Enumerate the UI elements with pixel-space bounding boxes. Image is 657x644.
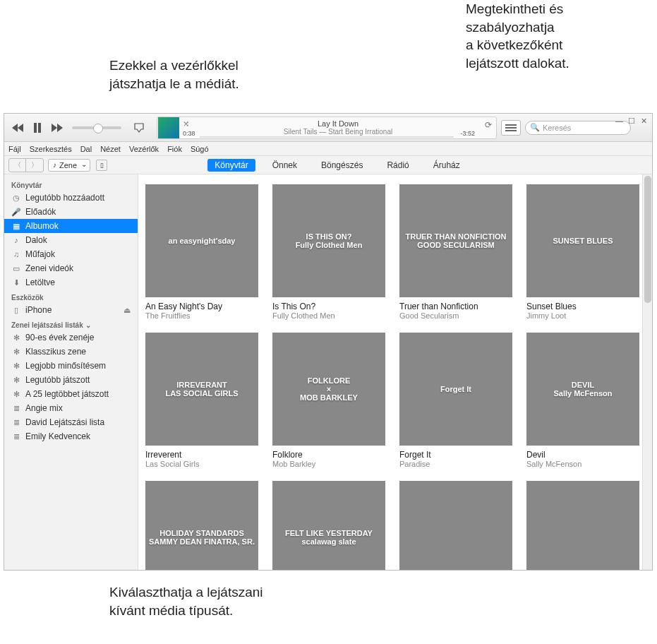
search-icon: 🔍 bbox=[530, 123, 540, 132]
down-icon: ⬇ bbox=[11, 278, 21, 287]
album-item[interactable]: TRUER THAN NONFICTION GOOD SECULARISMTru… bbox=[399, 184, 512, 320]
music-icon: ♪ bbox=[53, 161, 56, 169]
album-artist: Paradise bbox=[399, 460, 512, 468]
menu-vezérlők[interactable]: Vezérlők bbox=[129, 145, 159, 153]
elapsed-time: 0:38 bbox=[183, 130, 195, 137]
sidebar-item-dalok[interactable]: ♪Dalok bbox=[4, 233, 138, 247]
tab-böngészés[interactable]: Böngészés bbox=[314, 159, 370, 172]
album-cover[interactable]: TRUER THAN NONFICTION GOOD SECULARISM bbox=[399, 184, 512, 297]
sidebar-item-angie-mix[interactable]: ≣Angie mix bbox=[4, 401, 138, 415]
device-button[interactable]: ▯ bbox=[96, 160, 107, 171]
album-item[interactable] bbox=[526, 481, 639, 570]
sidebar-item-90-es-évek-zenéje[interactable]: ✻90-es évek zenéje bbox=[4, 330, 138, 345]
sidebar-item-label: Dalok bbox=[25, 235, 47, 245]
eject-icon[interactable]: ⏏ bbox=[123, 306, 131, 315]
tab-önnek[interactable]: Önnek bbox=[265, 159, 304, 172]
close-button[interactable]: ✕ bbox=[641, 117, 649, 125]
pause-button[interactable] bbox=[30, 120, 45, 136]
album-title: Is This On? bbox=[272, 302, 385, 311]
scrollbar[interactable] bbox=[642, 174, 652, 570]
sidebar-item-legutóbb-hozzáadott[interactable]: ◷Legutóbb hozzáadott bbox=[4, 191, 138, 205]
album-cover[interactable]: SUNSET BLUES bbox=[526, 184, 639, 297]
sidebar-item-klasszikus-zene[interactable]: ✻Klasszikus zene bbox=[4, 345, 138, 359]
menu-szerkesztés[interactable]: Szerkesztés bbox=[30, 145, 72, 153]
next-button[interactable] bbox=[49, 120, 65, 136]
menu-fiók[interactable]: Fiók bbox=[167, 145, 182, 153]
sidebar-item-legjobb-minősítésem[interactable]: ✻Legjobb minősítésem bbox=[4, 359, 138, 373]
repeat-icon[interactable]: ⟳ bbox=[485, 120, 492, 130]
album-cover[interactable]: HOLIDAY STANDARDS SAMMY DEAN FINATRA, SR… bbox=[145, 481, 258, 570]
sidebar-item-label: Klasszikus zene bbox=[25, 347, 86, 357]
album-item[interactable]: IS THIS ON? Fully Clothed MenIs This On?… bbox=[272, 184, 385, 320]
now-playing-lcd[interactable]: ⤨ Lay It Down Silent Tails — Start Being… bbox=[157, 117, 497, 139]
up-next-button[interactable] bbox=[501, 120, 521, 136]
sidebar: Könyvtár ◷Legutóbb hozzáadott🎤Előadók▦Al… bbox=[4, 174, 138, 570]
gear-icon: ✻ bbox=[11, 347, 21, 357]
album-cover[interactable]: IRREVERANT LAS SOCIAL GIRLS bbox=[145, 333, 258, 446]
menu-fájl[interactable]: Fájl bbox=[8, 145, 21, 153]
sidebar-item-label: Letöltve bbox=[25, 278, 55, 287]
album-title: An Easy Night's Day bbox=[145, 302, 258, 311]
progress-bar[interactable] bbox=[200, 136, 454, 138]
scrollbar-thumb[interactable] bbox=[644, 176, 651, 303]
sidebar-item-label: Albumok bbox=[25, 221, 59, 231]
album-cover[interactable]: FOLKLORE × MOB BARKLEY bbox=[272, 333, 385, 446]
annotation-up-next: Megtekintheti és szabályozhatja a követk… bbox=[466, 0, 649, 73]
note-icon: ♪ bbox=[11, 236, 21, 244]
album-item[interactable]: FELT LIKE YESTERDAY scalawag slate bbox=[272, 481, 385, 570]
album-item[interactable]: Forget ItForget ItParadise bbox=[399, 333, 512, 468]
sidebar-item-letöltve[interactable]: ⬇Letöltve bbox=[4, 275, 138, 290]
sidebar-head-devices: Eszközök bbox=[4, 290, 138, 303]
tab-könyvtár[interactable]: Könyvtár bbox=[207, 159, 255, 172]
album-cover[interactable]: FELT LIKE YESTERDAY scalawag slate bbox=[272, 481, 385, 570]
sidebar-item-iphone[interactable]: ▯iPhone⏏ bbox=[4, 303, 138, 317]
album-item[interactable] bbox=[399, 481, 512, 570]
album-item[interactable]: DEVIL Sally McFensonDevilSally McFenson bbox=[526, 333, 639, 468]
sidebar-head-playlists[interactable]: Zenei lejátszási listák ⌄ bbox=[4, 317, 138, 330]
album-cover[interactable] bbox=[526, 481, 639, 570]
album-item[interactable]: SUNSET BLUESSunset BluesJimmy Loot bbox=[526, 184, 639, 320]
album-item[interactable]: IRREVERANT LAS SOCIAL GIRLSIrreverentLas… bbox=[145, 333, 258, 468]
previous-button[interactable] bbox=[10, 120, 25, 136]
sidebar-item-zenei-videók[interactable]: ▭Zenei videók bbox=[4, 261, 138, 275]
sidebar-item-emily-kedvencek[interactable]: ≣Emily Kedvencek bbox=[4, 429, 138, 443]
menu-dal[interactable]: Dal bbox=[80, 145, 92, 153]
album-item[interactable]: FOLKLORE × MOB BARKLEYFolkloreMob Barkle… bbox=[272, 333, 385, 468]
menu-súgó[interactable]: Súgó bbox=[191, 145, 209, 153]
sidebar-item-legutóbb-játszott[interactable]: ✻Legutóbb játszott bbox=[4, 373, 138, 387]
media-type-picker[interactable]: ♪ Zene bbox=[48, 159, 90, 172]
tab-áruház[interactable]: Áruház bbox=[426, 159, 467, 172]
annotation-media-type: Kiválaszthatja a lejátszani kívánt média… bbox=[109, 583, 657, 619]
album-item[interactable]: HOLIDAY STANDARDS SAMMY DEAN FINATRA, SR… bbox=[145, 481, 258, 570]
sidebar-item-műfajok[interactable]: ♫Műfajok bbox=[4, 247, 138, 261]
gear-icon: ✻ bbox=[11, 390, 21, 399]
album-cover[interactable]: DEVIL Sally McFenson bbox=[526, 333, 639, 446]
album-cover[interactable]: an easynight'sday bbox=[145, 184, 258, 297]
guitar-icon: ♫ bbox=[11, 250, 21, 258]
grid-icon: ▦ bbox=[11, 222, 21, 231]
album-title: Sunset Blues bbox=[526, 302, 639, 311]
album-cover[interactable]: IS THIS ON? Fully Clothed Men bbox=[272, 184, 385, 297]
sidebar-item-albumok[interactable]: ▦Albumok bbox=[4, 219, 138, 233]
gear-icon: ✻ bbox=[11, 333, 21, 342]
secondary-toolbar: 〈 〉 ♪ Zene ▯ KönyvtárÖnnekBöngészésRádió… bbox=[4, 156, 652, 174]
maximize-button[interactable]: ☐ bbox=[628, 117, 637, 125]
shuffle-icon[interactable]: ⤨ bbox=[183, 119, 189, 129]
album-cover[interactable]: Forget It bbox=[399, 333, 512, 446]
sidebar-item-label: Műfajok bbox=[25, 249, 55, 259]
menu-nézet[interactable]: Nézet bbox=[100, 145, 121, 153]
volume-slider[interactable] bbox=[72, 126, 121, 129]
tab-rádió[interactable]: Rádió bbox=[380, 159, 416, 172]
media-type-label: Zene bbox=[59, 161, 77, 169]
nav-forward-button[interactable]: 〉 bbox=[26, 159, 43, 172]
sidebar-item-a-25-legtöbbet-játszott[interactable]: ✻A 25 legtöbbet játszott bbox=[4, 387, 138, 401]
annotation-play-controls: Ezekkel a vezérlőkkel játszhatja le a mé… bbox=[109, 56, 239, 93]
album-item[interactable]: an easynight'sdayAn Easy Night's DayThe … bbox=[145, 184, 258, 320]
airplay-button[interactable] bbox=[131, 120, 147, 136]
sidebar-item-előadók[interactable]: 🎤Előadók bbox=[4, 205, 138, 219]
titlebar: ⤨ Lay It Down Silent Tails — Start Being… bbox=[4, 114, 652, 142]
sidebar-item-david-lejátszási-lista[interactable]: ≣David Lejátszási lista bbox=[4, 415, 138, 429]
album-cover[interactable] bbox=[399, 481, 512, 570]
nav-back-button[interactable]: 〈 bbox=[9, 159, 26, 172]
minimize-button[interactable]: — bbox=[615, 117, 624, 125]
